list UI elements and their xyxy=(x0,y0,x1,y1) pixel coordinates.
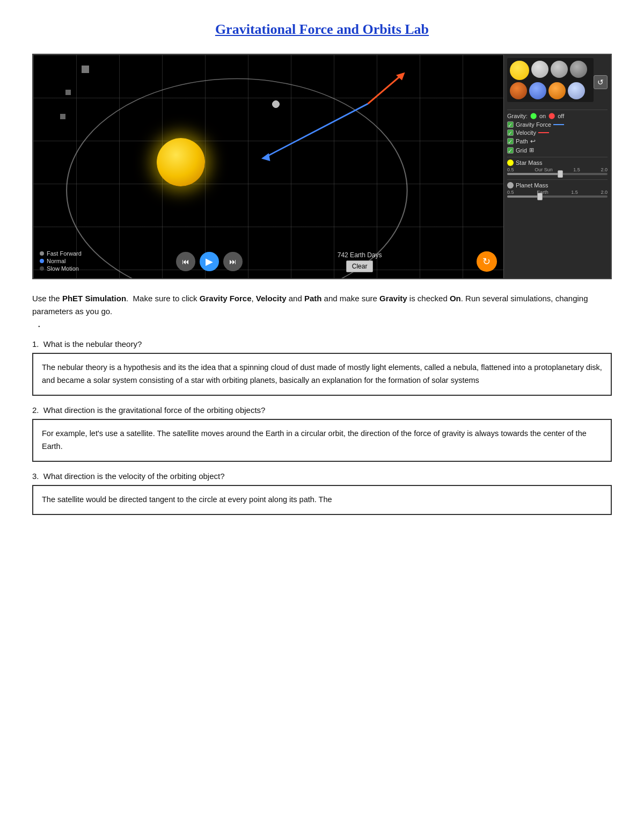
time-display-area: 742 Earth Days Clear xyxy=(338,251,382,272)
planet-mass-ticks: 0.5 Earth 1.5 2.0 xyxy=(507,190,608,195)
dot-line: . xyxy=(38,318,612,329)
gravity-control-row: Gravity: ⬤ on ⬤ off xyxy=(507,110,608,119)
question-2-label: 2. What direction is the gravitational f… xyxy=(32,405,612,415)
body-sun[interactable] xyxy=(510,61,529,80)
star-mass-slider[interactable] xyxy=(507,173,608,175)
star-mass-section: Star Mass 0.5 Our Sun 1.5 2.0 xyxy=(507,157,608,175)
step-button[interactable]: ⏭ xyxy=(223,252,243,271)
gravity-force-label: Gravity Force xyxy=(516,121,551,128)
dot-slow xyxy=(40,266,44,271)
svg-marker-2 xyxy=(261,153,270,161)
refresh-button[interactable]: ↻ xyxy=(477,251,497,272)
speed-legend: Fast Forward Normal Slow Motion xyxy=(40,250,82,273)
instructions-text: Use the PhET Simulation. Make sure to cl… xyxy=(32,292,612,329)
sim-star xyxy=(157,138,205,186)
path-checkbox[interactable]: ✓ xyxy=(507,138,514,144)
body-b2[interactable] xyxy=(551,61,568,78)
question-item: 3. What direction is the velocity of the… xyxy=(32,472,612,515)
gravity-off-label: off xyxy=(558,113,564,119)
planet-mass-slider[interactable] xyxy=(507,195,608,198)
star-mass-label: Star Mass xyxy=(516,159,543,166)
clear-button[interactable]: Clear xyxy=(346,260,374,272)
reset-button[interactable]: ↺ xyxy=(594,75,608,89)
body-selector[interactable] xyxy=(507,58,594,102)
rewind-button[interactable]: ⏮ xyxy=(176,252,195,271)
sim-planet xyxy=(272,100,280,108)
gravity-force-checkbox[interactable]: ✓ xyxy=(507,121,514,128)
sim-bottom-controls: Fast Forward Normal Slow Motion ⏮ ▶ ⏭ 74… xyxy=(33,250,503,273)
gravity-on-radio[interactable]: ⬤ xyxy=(530,112,537,119)
answer-box-3: The satellite would be directed tangent … xyxy=(32,485,612,515)
question-item: 1. What is the nebular theory? The nebul… xyxy=(32,339,612,396)
gravity-label: Gravity: xyxy=(507,113,528,119)
grid-label: Grid xyxy=(516,147,527,154)
page-title: Gravitational Force and Orbits Lab xyxy=(32,21,612,38)
velocity-checkbox[interactable]: ✓ xyxy=(507,129,514,136)
grid-icon: ⊞ xyxy=(529,147,534,154)
gravity-force-checkbox-row: ✓ Gravity Force xyxy=(507,121,608,128)
simulation-container: ↺ Gravity: ⬤ on ⬤ off ✓ Gravity Force ✓ … xyxy=(32,54,612,279)
question-1-label: 1. What is the nebular theory? xyxy=(32,339,612,349)
path-checkbox-row: ✓ Path ↩ xyxy=(507,137,608,145)
svg-line-1 xyxy=(263,104,368,158)
body-b7[interactable] xyxy=(568,82,585,99)
planet-dot-icon xyxy=(507,182,514,188)
grid-checkbox-row: ✓ Grid ⊞ xyxy=(507,147,608,154)
velocity-label: Velocity xyxy=(516,129,536,136)
svg-point-0 xyxy=(67,79,407,278)
body-b6[interactable] xyxy=(548,82,566,99)
path-label: Path xyxy=(516,138,528,144)
gravity-force-line-icon xyxy=(553,124,564,125)
questions-section: 1. What is the nebular theory? The nebul… xyxy=(32,339,612,515)
body-b5[interactable] xyxy=(529,82,546,99)
title-text: Gravitational Force and Orbits Lab xyxy=(215,21,429,37)
answer-box-1: The nebular theory is a hypothesis and i… xyxy=(32,353,612,396)
path-icon: ↩ xyxy=(530,137,536,145)
velocity-checkbox-row: ✓ Velocity xyxy=(507,129,608,136)
question-3-label: 3. What direction is the velocity of the… xyxy=(32,472,612,481)
question-item: 2. What direction is the gravitational f… xyxy=(32,405,612,462)
dot-fastforward xyxy=(40,251,44,256)
gravity-on-label: on xyxy=(539,113,546,119)
gravity-off-radio[interactable]: ⬤ xyxy=(548,112,555,119)
sim-control-panel: ↺ Gravity: ⬤ on ⬤ off ✓ Gravity Force ✓ … xyxy=(503,55,611,278)
velocity-line-icon xyxy=(538,132,549,133)
body-b3[interactable] xyxy=(570,61,587,78)
star-dot-icon xyxy=(507,159,514,166)
answer-box-2: For example, let's use a satellite. The … xyxy=(32,419,612,462)
time-display: 742 Earth Days xyxy=(338,251,382,259)
body-moon[interactable] xyxy=(531,61,548,78)
body-b4[interactable] xyxy=(510,82,527,99)
grid-checkbox[interactable]: ✓ xyxy=(507,147,514,154)
dot-normal xyxy=(40,259,44,263)
play-button[interactable]: ▶ xyxy=(200,252,219,271)
planet-mass-label: Planet Mass xyxy=(516,182,548,188)
svg-line-3 xyxy=(368,74,404,104)
planet-mass-section: Planet Mass 0.5 Earth 1.5 2.0 xyxy=(507,179,608,198)
transport-controls: ⏮ ▶ ⏭ xyxy=(176,252,243,271)
